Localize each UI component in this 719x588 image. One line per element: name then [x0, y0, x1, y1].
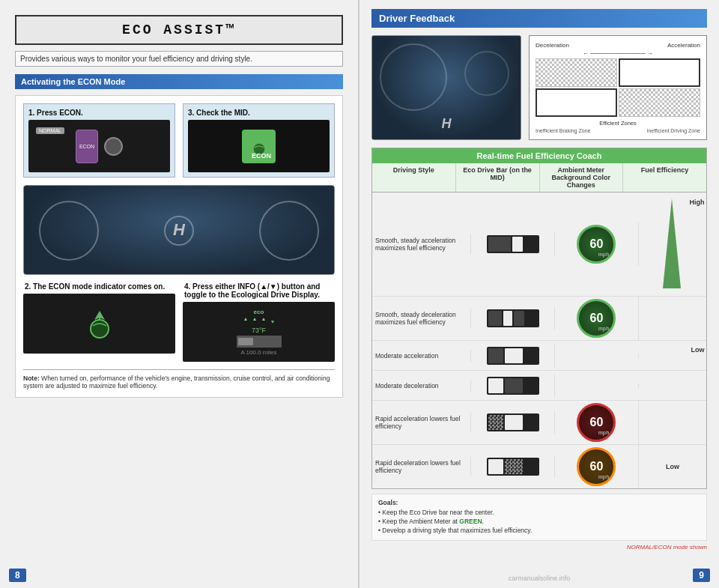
- row1-circle: 60 mph: [555, 222, 639, 266]
- row6-circle: 60 mph: [555, 445, 639, 488]
- steps-row-top: 1. Press ECON. NORMAL ECON: [23, 103, 335, 178]
- row1-style: Smooth, steady acceleration maximizes fu…: [372, 234, 471, 254]
- bar-d2: [488, 311, 502, 326]
- bar-c5: [488, 415, 503, 430]
- step3-label: 3. Check the MID.: [188, 109, 330, 117]
- ambient-circle-5: 60 mph: [577, 403, 616, 442]
- watermark: carmanualsoline.info: [509, 575, 571, 582]
- step4-wrapper: 4. Press either INFO (▲/▼) button and to…: [183, 282, 335, 362]
- zones-grid: [536, 58, 700, 117]
- svg-marker-5: [663, 198, 681, 288]
- bar-w2: [503, 311, 512, 326]
- step3-box: 3. Check the MID. ECON: [183, 103, 335, 178]
- step1-box: 1. Press ECON. NORMAL ECON: [23, 103, 175, 178]
- rfe-table: Real-time Fuel Efficiency Coach Driving …: [371, 148, 707, 489]
- dash-circle-2: [259, 201, 319, 261]
- step4-image: eco 73°F A 100.0 miles: [183, 302, 335, 362]
- row2-circle: 60 mph: [555, 297, 639, 340]
- zones-footer: Inefficient Braking Zone Inefficient Dri…: [536, 128, 700, 133]
- efficient-zones-label: Efficient Zones: [536, 120, 700, 127]
- row6-style: Rapid deceleration lowers fuel efficienc…: [372, 457, 471, 476]
- row2-style: Smooth, steady deceleration maximizes fu…: [372, 309, 471, 328]
- goals-box: Goals: • Keep the Eco Drive bar near the…: [371, 494, 707, 541]
- step2-image: [23, 294, 175, 354]
- drive-bar-6: [487, 458, 539, 476]
- row3-fuel: [639, 354, 706, 358]
- drive-bar-2: [487, 309, 539, 327]
- ambient-circle-2: 60 mph: [577, 299, 616, 338]
- bar-d2b: [514, 311, 524, 326]
- zones-diagram: Deceleration Acceleration ← ────────────…: [529, 35, 707, 140]
- step4-label: 4. Press either INFO (▲/▼) button and to…: [183, 282, 335, 299]
- econ-mid-icon: ECON: [242, 130, 276, 163]
- page-number-left: 8: [9, 569, 26, 582]
- table-row: Moderate deceleration: [372, 371, 706, 401]
- dash-gauge-left: [380, 43, 447, 111]
- drive-bar-3: [487, 347, 539, 365]
- page: ECO ASSIST™ Provides various ways to mon…: [0, 0, 719, 588]
- step2-wrapper: 2. The ECON mode indicator comes on.: [23, 282, 175, 362]
- acceleration-label: Acceleration: [667, 42, 700, 49]
- low-label-bottom: Low: [666, 463, 679, 470]
- bar-w4: [488, 378, 503, 393]
- drive-bar-1: [487, 235, 539, 253]
- note-prefix: Note:: [23, 375, 40, 382]
- goals-item-1: • Keep the Eco Drive bar near the center…: [378, 509, 700, 516]
- fuel-indicator-wrapper: High Low: [659, 195, 685, 294]
- col-eco-drive-bar: Eco Drive Bar (on the MID): [456, 163, 540, 192]
- rfe-col-headers: Driving Style Eco Drive Bar (on the MID)…: [372, 163, 706, 193]
- zone-top-right: [619, 58, 700, 87]
- row5-bar: [471, 411, 555, 434]
- honda-logo-dash: H: [173, 220, 185, 240]
- bar-d4: [505, 378, 523, 393]
- zone-bottom-left: [536, 88, 617, 117]
- page-number-right: 9: [693, 569, 710, 582]
- note-text: Note: When turned on, performance of the…: [23, 369, 335, 390]
- row5-circle: 60 mph: [555, 401, 639, 444]
- zone-bottom-right: [619, 88, 700, 117]
- eco-title-box: ECO ASSIST™: [15, 15, 343, 45]
- table-row: Smooth, steady deceleration maximizes fu…: [372, 297, 706, 341]
- step1-image: NORMAL ECON: [28, 120, 170, 172]
- steps-row-bottom: 2. The ECON mode indicator comes on. 4. …: [23, 282, 335, 362]
- bar-d3: [488, 348, 503, 363]
- low-label: Low: [691, 346, 704, 354]
- rfe-table-header: Real-time Fuel Efficiency Coach: [372, 148, 706, 163]
- goals-item-2: • Keep the Ambient Meter at GREEN.: [378, 518, 700, 525]
- col-ambient-meter: Ambient Meter Background Color Changes: [540, 163, 624, 192]
- row4-bar: [471, 375, 555, 397]
- inefficient-driving-label: Inefficient Driving Zone: [647, 128, 700, 133]
- table-row: Smooth, steady acceleration maximizes fu…: [372, 193, 706, 297]
- svg-text:ECON: ECON: [252, 152, 271, 160]
- dash-gauge-right: [464, 51, 509, 96]
- row6-bar: [471, 455, 555, 478]
- activating-header: Activating the ECON Mode: [15, 74, 343, 89]
- normal-econ-note: NORMAL/ECON mode shown: [371, 544, 707, 551]
- bar-w6: [488, 459, 503, 474]
- feedback-content: H Deceleration Acceleration ← ──────────…: [371, 35, 707, 140]
- ambient-circle-6: 60 mph: [577, 447, 616, 486]
- row6-fuel: Low: [639, 461, 706, 473]
- eco-display-text: eco: [254, 309, 264, 315]
- fuel-triangle-svg: [659, 195, 685, 292]
- eco-title: ECO ASSIST™: [25, 22, 333, 37]
- drive-bar-5: [487, 413, 539, 431]
- bar-w5: [505, 415, 523, 430]
- goals-item-3: • Develop a driving style that maximizes…: [378, 527, 700, 534]
- eco-temp: 73°F: [252, 327, 266, 334]
- row4-circle: [555, 384, 639, 388]
- goals-title: Goals:: [378, 499, 700, 506]
- right-panel: Driver Feedback H Deceleration Accelerat…: [360, 0, 719, 588]
- driver-feedback-header: Driver Feedback: [371, 9, 707, 28]
- arrows-row: Deceleration Acceleration: [536, 42, 700, 49]
- row3-style: Moderate acceleration: [372, 350, 471, 362]
- normal-badge: NORMAL: [36, 127, 64, 134]
- high-label: High: [689, 198, 704, 206]
- step3-image: ECON: [188, 120, 330, 172]
- activating-box: 1. Press ECON. NORMAL ECON: [15, 95, 343, 398]
- bar-white-1: [512, 237, 523, 252]
- row2-fuel: [639, 316, 706, 321]
- bar-c6: [505, 459, 523, 474]
- inefficient-braking-label: Inefficient Braking Zone: [536, 128, 590, 133]
- row5-style: Rapid acceleration lowers fuel efficienc…: [372, 413, 471, 432]
